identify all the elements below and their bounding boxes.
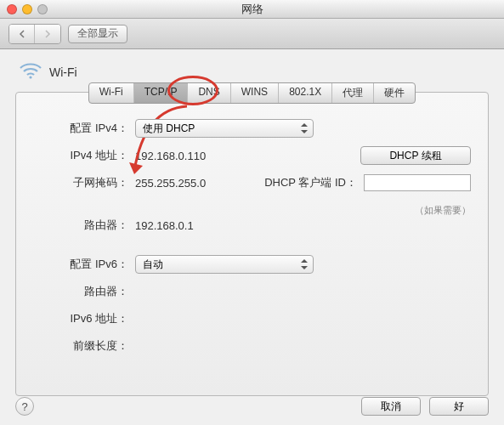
cancel-button[interactable]: 取消 bbox=[361, 397, 421, 416]
tab-tcpip[interactable]: TCP/IP bbox=[134, 83, 189, 103]
tab-wins[interactable]: WINS bbox=[231, 83, 279, 103]
dhcp-renew-button[interactable]: DHCP 续租 bbox=[360, 146, 471, 165]
wifi-heading: Wi-Fi bbox=[49, 65, 77, 79]
tab-strip: Wi-Fi TCP/IP DNS WINS 802.1X 代理 硬件 bbox=[88, 82, 416, 104]
tab-wifi[interactable]: Wi-Fi bbox=[89, 83, 134, 103]
tab-8021x[interactable]: 802.1X bbox=[279, 83, 332, 103]
configure-ipv6-value: 自动 bbox=[143, 258, 163, 272]
ipv6-prefix-label: 前缀长度： bbox=[33, 338, 135, 354]
forward-button[interactable] bbox=[35, 25, 60, 43]
dhcp-client-id-label: DHCP 客户端 ID： bbox=[264, 175, 364, 190]
ipv4-router-value: 192.168.0.1 bbox=[135, 219, 194, 232]
configure-ipv6-label: 配置 IPv6： bbox=[33, 257, 135, 272]
configure-ipv4-label: 配置 IPv4： bbox=[33, 121, 135, 136]
help-button[interactable]: ? bbox=[15, 397, 34, 416]
ipv6-router-label: 路由器： bbox=[33, 284, 135, 299]
configure-ipv4-value: 使用 DHCP bbox=[143, 122, 195, 136]
window-title: 网络 bbox=[0, 2, 504, 17]
ipv6-address-label: IPv6 地址： bbox=[33, 311, 135, 326]
ipv4-address-value: 192.168.0.110 bbox=[135, 150, 360, 162]
tab-hardware[interactable]: 硬件 bbox=[374, 83, 415, 103]
show-all-button[interactable]: 全部显示 bbox=[68, 25, 127, 43]
back-button[interactable] bbox=[9, 25, 35, 43]
tab-dns[interactable]: DNS bbox=[188, 83, 230, 103]
subnet-mask-value: 255.255.255.0 bbox=[135, 177, 237, 190]
ipv4-router-label: 路由器： bbox=[33, 218, 135, 233]
subnet-mask-label: 子网掩码： bbox=[33, 175, 135, 190]
tab-proxy[interactable]: 代理 bbox=[332, 83, 374, 103]
dhcp-client-id-field[interactable] bbox=[364, 174, 471, 191]
ipv4-address-label: IPv4 地址： bbox=[33, 148, 135, 163]
ok-button[interactable]: 好 bbox=[429, 397, 489, 416]
configure-ipv4-select[interactable]: 使用 DHCP bbox=[135, 119, 314, 138]
svg-point-0 bbox=[29, 76, 31, 78]
configure-ipv6-select[interactable]: 自动 bbox=[135, 255, 314, 274]
wifi-icon bbox=[19, 61, 42, 83]
